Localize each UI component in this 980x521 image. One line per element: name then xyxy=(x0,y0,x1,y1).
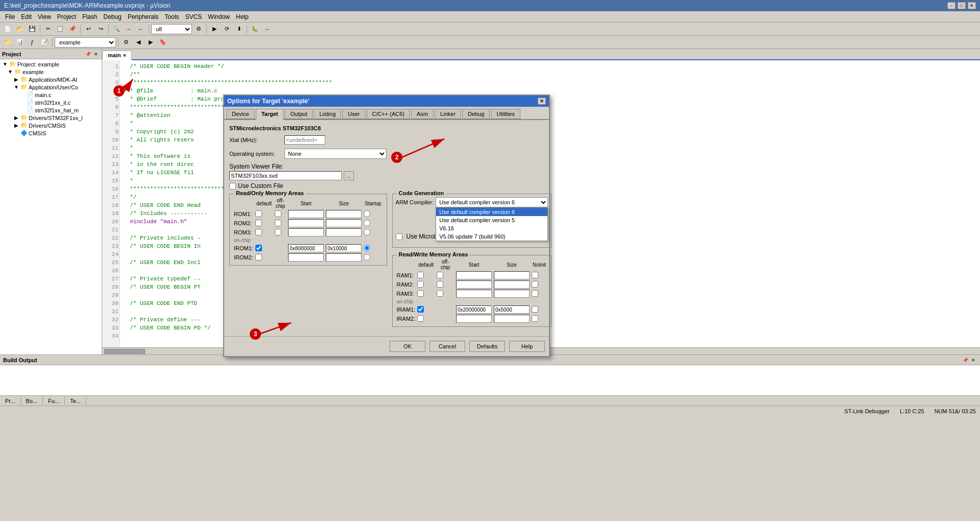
ram1-size-input[interactable] xyxy=(494,271,530,279)
dlg-tab-utilities[interactable]: Utilities xyxy=(491,109,520,119)
rom-col-offchip: off-chip xyxy=(274,197,287,209)
help-button[interactable]: Help xyxy=(509,341,545,352)
sysviewer-input[interactable] xyxy=(229,171,342,180)
ram2-start-input[interactable] xyxy=(456,280,492,289)
xtal-input[interactable] xyxy=(284,135,325,145)
ok-button[interactable]: OK xyxy=(390,341,425,352)
dlg-tab-output[interactable]: Output xyxy=(284,109,313,119)
rom2-label: ROM2: xyxy=(233,219,254,228)
ram2-default-check[interactable] xyxy=(417,281,424,288)
dlg-tab-asm[interactable]: Asm xyxy=(411,109,434,119)
dialog-close-button[interactable]: ✕ xyxy=(538,98,546,105)
os-select[interactable]: None xyxy=(284,149,387,159)
dd-item-4[interactable]: V5.06 update 7 (build 960) xyxy=(436,232,547,241)
dlg-tab-listing[interactable]: Listing xyxy=(314,109,341,119)
ram3-size-input[interactable] xyxy=(494,290,530,298)
rom3-startup-radio[interactable] xyxy=(364,229,370,235)
rom-col-size: Size xyxy=(325,197,363,209)
irom2-size-input[interactable] xyxy=(326,253,362,262)
rom1-default-check[interactable] xyxy=(255,210,262,217)
compiler-row: ARM Compiler: Use default compiler versi… xyxy=(396,197,548,207)
rom-col-label xyxy=(233,197,254,209)
rom2-start-input[interactable] xyxy=(288,219,324,227)
rom2-offchip-check[interactable] xyxy=(275,220,281,226)
iram1-label: IRAM1: xyxy=(396,305,417,314)
ram3-default-check[interactable] xyxy=(417,290,424,297)
table-row: on-chip xyxy=(233,237,384,244)
ram2-offchip-check[interactable] xyxy=(437,281,443,288)
iram1-default-check[interactable] xyxy=(417,306,424,313)
irom1-default-check[interactable] xyxy=(255,245,262,251)
rom1-startup-radio[interactable] xyxy=(364,210,370,217)
dlg-tab-target[interactable]: Target xyxy=(256,109,284,120)
ram1-label: RAM1: xyxy=(396,271,417,280)
rom3-size-input[interactable] xyxy=(326,228,362,236)
dlg-tab-device[interactable]: Device xyxy=(226,109,255,119)
dlg-tab-user[interactable]: User xyxy=(342,109,365,119)
rom1-start-input[interactable] xyxy=(288,210,324,218)
irom2-startup-radio[interactable] xyxy=(364,254,370,260)
dlg-tab-linker[interactable]: Linker xyxy=(435,109,461,119)
arm-compiler-select[interactable]: Use default compiler version 6 Use defau… xyxy=(436,197,548,207)
ram-col-size: Size xyxy=(493,258,531,271)
iram2-default-check[interactable] xyxy=(417,315,424,322)
sysviewer-label: System Viewer File: xyxy=(229,163,283,170)
iram1-noinit-check[interactable] xyxy=(532,306,538,313)
iram1-size-input[interactable] xyxy=(494,305,530,314)
use-microlib-check[interactable] xyxy=(396,233,402,240)
sysviewer-browse-button[interactable]: ... xyxy=(344,171,354,180)
rom-group-title: Read/Only Memory Areas xyxy=(234,190,306,196)
ram1-noinit-check[interactable] xyxy=(532,272,538,278)
dd-item-1[interactable]: Use default compiler version 6 xyxy=(436,208,547,216)
irom2-default-check[interactable] xyxy=(255,254,262,260)
irom1-startup-radio[interactable] xyxy=(364,245,370,251)
iram2-size-input[interactable] xyxy=(494,315,530,323)
rom3-offchip-check[interactable] xyxy=(275,229,281,235)
irom2-start-input[interactable] xyxy=(288,253,324,262)
modal-overlay: Options for Target 'example' ✕ Device Ta… xyxy=(0,0,980,521)
ram3-offchip-check[interactable] xyxy=(437,290,443,297)
compiler-dropdown: Use default compiler version 6 Use defau… xyxy=(436,207,548,241)
table-row: IRAM2: xyxy=(396,314,548,323)
table-row: on-chip xyxy=(396,298,548,305)
xtal-label: Xtal (MHz): xyxy=(229,137,280,143)
iram2-label: IRAM2: xyxy=(396,314,417,323)
rom2-startup-radio[interactable] xyxy=(364,220,370,226)
cancel-button[interactable]: Cancel xyxy=(429,341,465,352)
dlg-tab-cc[interactable]: C/C++ (AC6) xyxy=(367,109,411,119)
ram1-start-input[interactable] xyxy=(456,271,492,279)
os-label: Operating system: xyxy=(229,151,280,157)
ram-col-noinit: NoInit xyxy=(531,258,548,271)
irom1-size-input[interactable] xyxy=(326,244,362,252)
rom3-start-input[interactable] xyxy=(288,228,324,236)
defaults-button[interactable]: Defaults xyxy=(469,341,505,352)
table-row: RAM3: xyxy=(396,289,548,298)
rom2-size-input[interactable] xyxy=(326,219,362,227)
ram3-start-input[interactable] xyxy=(456,290,492,298)
ram2-size-input[interactable] xyxy=(494,280,530,289)
iram2-noinit-check[interactable] xyxy=(532,315,538,322)
rom1-size-input[interactable] xyxy=(326,210,362,218)
rom3-default-check[interactable] xyxy=(255,229,262,235)
rom-section: Read/Only Memory Areas default off-chip … xyxy=(229,194,387,331)
table-row: ROM1: xyxy=(233,209,384,219)
table-row: RAM1: xyxy=(396,271,548,280)
ram2-label: RAM2: xyxy=(396,280,417,289)
custom-file-check[interactable] xyxy=(229,183,236,190)
rom2-default-check[interactable] xyxy=(255,220,262,226)
compiler-select-container: Use default compiler version 6 Use defau… xyxy=(436,197,548,207)
ram1-default-check[interactable] xyxy=(417,272,424,278)
dialog-tabs: Device Target Output Listing User C/C++ … xyxy=(224,107,549,120)
device-label: STMicroelectronics STM32F103C8 xyxy=(229,125,321,131)
dd-item-2[interactable]: Use default compiler version 5 xyxy=(436,216,547,224)
irom1-start-input[interactable] xyxy=(288,244,324,252)
iram1-start-input[interactable] xyxy=(456,305,492,314)
dd-item-3[interactable]: V6.16 xyxy=(436,224,547,232)
ram1-offchip-check[interactable] xyxy=(437,272,443,278)
ram2-noinit-check[interactable] xyxy=(532,281,538,288)
ram3-noinit-check[interactable] xyxy=(532,290,538,297)
irom1-label: IROM1: xyxy=(233,244,254,253)
rom1-offchip-check[interactable] xyxy=(275,210,281,217)
iram2-start-input[interactable] xyxy=(456,315,492,323)
dlg-tab-debug[interactable]: Debug xyxy=(462,109,490,119)
